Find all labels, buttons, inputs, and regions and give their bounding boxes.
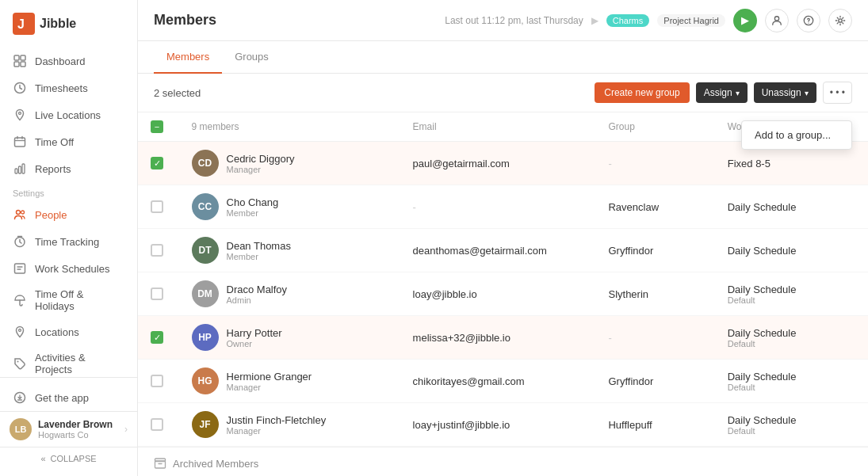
tab-groups-label: Groups	[235, 51, 269, 63]
row-email-cell: loay@jibble.io	[400, 272, 596, 316]
svg-point-12	[17, 211, 21, 215]
profile-icon-button[interactable]	[765, 9, 789, 32]
add-to-group-item[interactable]: Add to a group...	[742, 121, 851, 149]
sidebar-item-label-timesheets: Timesheets	[35, 82, 88, 94]
schedule-name: Daily Schedule	[728, 201, 855, 213]
page-title: Members	[154, 12, 445, 29]
row-schedule-cell: Daily Schedule Default	[715, 403, 868, 447]
row-schedule-cell: Daily Schedule Default	[715, 272, 868, 316]
svg-rect-9	[15, 169, 17, 173]
members-tbody: ✓ CD Cedric Diggory Manager paul@getairm…	[138, 142, 868, 447]
row-checkbox-6[interactable]	[151, 418, 163, 431]
th-email-label: Email	[413, 121, 437, 132]
play-btn-icon: ▶	[741, 14, 749, 26]
svg-rect-11	[22, 164, 25, 173]
row-member-cell: CD Cedric Diggory Manager	[179, 142, 400, 185]
sidebar-item-reports[interactable]: Reports	[0, 155, 137, 182]
svg-rect-3	[21, 55, 25, 60]
sidebar-item-time-off[interactable]: Time Off	[0, 128, 137, 155]
project-badge[interactable]: Project Hagrid	[657, 14, 725, 27]
unassign-button[interactable]: Unassign ▾	[754, 82, 816, 103]
assign-button[interactable]: Assign ▾	[696, 82, 748, 103]
schedule-name: Daily Schedule	[728, 245, 855, 257]
row-email-cell: deanthomas@getairmail.com	[400, 229, 596, 272]
archived-label: Archived Members	[173, 458, 258, 470]
row-group-cell: Slytherin	[595, 272, 714, 316]
row-checkbox-2[interactable]	[151, 244, 163, 257]
archived-members-row[interactable]: Archived Members	[138, 447, 868, 476]
sidebar-item-locations[interactable]: Locations	[0, 318, 137, 345]
th-members: 9 members	[179, 112, 400, 142]
avatar: JF	[192, 411, 219, 438]
row-checkbox-4[interactable]: ✓	[151, 331, 163, 344]
member-role: Owner	[227, 339, 282, 348]
row-checkbox-5[interactable]	[151, 375, 163, 387]
user-avatar: LB	[10, 418, 32, 440]
schedule-name: Fixed 8-5	[728, 158, 855, 169]
member-info: CD Cedric Diggory Manager	[192, 150, 388, 177]
row-checkbox-3[interactable]	[151, 288, 163, 300]
member-role: Manager	[227, 165, 295, 174]
select-all-checkbox[interactable]: −	[151, 120, 163, 133]
tab-members[interactable]: Members	[154, 41, 222, 74]
tab-bar: Members Groups	[138, 41, 868, 74]
schedule-name: Daily Schedule	[728, 414, 855, 426]
sidebar-item-time-tracking[interactable]: Time Tracking	[0, 228, 137, 255]
toolbar: 2 selected Create new group Assign ▾ Una…	[138, 74, 868, 112]
sidebar-item-label-reports: Reports	[35, 163, 71, 175]
archive-icon	[154, 457, 166, 470]
sidebar-item-label-dashboard: Dashboard	[35, 55, 86, 67]
member-role: Manager	[227, 426, 327, 436]
logo[interactable]: J Jibble	[0, 0, 137, 44]
row-checkbox-cell	[138, 403, 179, 447]
table-row: DM Draco Malfoy Admin loay@jibble.io Sly…	[138, 272, 868, 316]
tab-groups[interactable]: Groups	[222, 41, 281, 74]
svg-point-13	[21, 211, 25, 214]
row-checkbox-1[interactable]	[151, 200, 163, 213]
play-icon: ▶	[591, 15, 598, 26]
sidebar-item-work-schedules[interactable]: Work Schedules	[0, 255, 137, 282]
member-info: HP Harry Potter Owner	[192, 324, 388, 351]
help-icon-button[interactable]	[797, 9, 820, 32]
svg-point-16	[19, 329, 21, 332]
play-button[interactable]: ▶	[733, 9, 757, 32]
row-group-cell: -	[595, 316, 714, 360]
member-name: Draco Malfoy	[227, 284, 288, 295]
row-group-cell: Gryffindor	[595, 360, 714, 403]
th-group: Group	[595, 112, 714, 142]
row-checkbox-cell	[138, 360, 179, 403]
grid-icon	[13, 54, 27, 68]
row-schedule-cell: Daily Schedule Default	[715, 360, 868, 403]
header-status-text: Last out 11:12 pm, last Thursday	[445, 15, 583, 26]
sidebar-item-dashboard[interactable]: Dashboard	[0, 48, 137, 74]
create-new-group-button[interactable]: Create new group	[595, 82, 689, 103]
sidebar-item-activities-projects[interactable]: Activities & Projects	[0, 345, 137, 377]
member-info: DM Draco Malfoy Admin	[192, 280, 388, 307]
status-badge[interactable]: Charms	[606, 14, 650, 27]
sidebar-item-people[interactable]: People	[0, 201, 137, 228]
get-app-label: Get the app	[35, 392, 89, 404]
row-group-cell: Gryffindor	[595, 229, 714, 272]
table-row: CC Cho Chang Member - Ravenclaw Daily Sc…	[138, 185, 868, 229]
table-row: ✓ HP Harry Potter Owner melissa+32@jibbl…	[138, 316, 868, 360]
settings-icon-button[interactable]	[828, 9, 852, 32]
sidebar-item-timesheets[interactable]: Timesheets	[0, 74, 137, 101]
row-checkbox-0[interactable]: ✓	[151, 157, 163, 169]
row-email-cell: paul@getairmail.com	[400, 142, 596, 185]
checkbox-check: ✓	[154, 158, 161, 169]
collapse-label: COLLAPSE	[51, 454, 97, 463]
sidebar-item-time-off-holidays[interactable]: Time Off & Holidays	[0, 282, 137, 318]
collapse-button[interactable]: « COLLAPSE	[0, 447, 137, 470]
get-app-item[interactable]: Get the app	[0, 384, 137, 411]
avatar: CD	[192, 150, 219, 177]
row-member-cell: DM Draco Malfoy Admin	[179, 272, 400, 316]
svg-rect-8	[15, 138, 25, 147]
row-checkbox-cell: ✓	[138, 316, 179, 360]
member-info: JF Justin Finch-Fletchley Manager	[192, 411, 388, 438]
svg-rect-2	[14, 55, 19, 60]
sidebar-item-live-locations[interactable]: Live Locations	[0, 101, 137, 128]
more-options-button[interactable]: • • •	[823, 82, 852, 104]
user-profile[interactable]: LB Lavender Brown Hogwarts Co ›	[0, 411, 137, 447]
member-name: Hermione Granger	[227, 371, 312, 383]
schedule-name: Daily Schedule	[728, 284, 855, 295]
